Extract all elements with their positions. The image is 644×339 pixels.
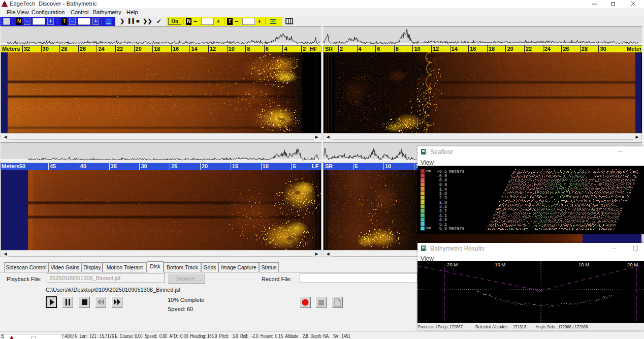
svg-text:<=: <= (426, 169, 431, 174)
svg-text:Meters: Meters (449, 169, 465, 174)
svg-text:Meters: Meters (449, 226, 465, 231)
svg-text:20 M: 20 M (627, 262, 638, 267)
svg-text:>=: >= (426, 226, 431, 231)
svg-text:10 M: 10 M (578, 262, 589, 267)
svg-text:6.0: 6.0 (439, 226, 447, 231)
svg-text:-10 M: -10 M (493, 262, 505, 267)
svg-text:-20 M: -20 M (445, 262, 458, 267)
